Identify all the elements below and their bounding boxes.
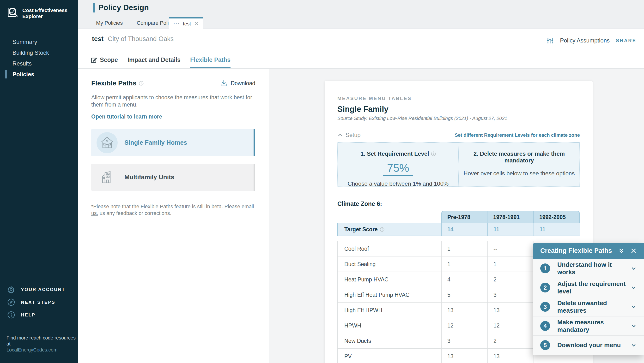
measure-value-pre-1978[interactable]: 3 (441, 333, 488, 349)
climate-zone-label: Climate Zone 6: (337, 200, 580, 207)
info-circle-icon[interactable] (431, 151, 436, 156)
measure-name: Duct Sealing (338, 257, 441, 272)
measure-value-1978-1991[interactable]: 13 (488, 349, 534, 363)
measure-value-1978-1991[interactable]: 1 (488, 257, 534, 272)
delete-measures-title: 2. Delete measures or make them mandator… (459, 150, 580, 164)
target-score-table: Pre-1978 1978-1991 1992-2005 Target Scor… (337, 211, 580, 236)
measure-value-1978-1991[interactable]: 2 (488, 333, 534, 349)
open-tutorial-link[interactable]: Open tutorial to learn more (91, 113, 162, 120)
target-score-label: Target Score (338, 223, 441, 236)
measure-value-1978-1991[interactable]: 12 (488, 318, 534, 333)
policy-tab-bar: Scope Impact and Details Flexible Paths (91, 56, 230, 68)
target-score-1992-2005[interactable]: 11 (534, 223, 580, 236)
requirement-level-hint: Choose a value between 1% and 100% (338, 180, 458, 187)
tutorial-step[interactable]: 1 Understand how it works (533, 259, 644, 278)
step-number-badge: 3 (540, 302, 550, 312)
measure-name: High Eff Heat Pump HVAC (338, 287, 441, 303)
download-button[interactable]: Download (220, 80, 255, 87)
measure-value-pre-1978[interactable]: 5 (441, 287, 488, 303)
measure-value-1978-1991[interactable]: 13 (488, 303, 534, 318)
beta-note: *Please note that the Flexible Paths fea… (91, 203, 257, 217)
collapse-double-chevron-icon[interactable] (618, 247, 625, 254)
measure-value-1978-1991[interactable]: 3 (488, 287, 534, 303)
step-label: Delete unwanted measures (557, 300, 630, 314)
edit-pencil-icon (91, 57, 97, 63)
tutorial-step[interactable]: 4 Make measures mandatory (533, 316, 644, 336)
logo-text: Cost Effectiveness Explorer (22, 6, 68, 19)
app-logo[interactable]: Cost Effectiveness Explorer (0, 0, 78, 19)
sidebar-nav-item[interactable]: Results (0, 58, 78, 69)
policy-title: testCity of Thousand Oaks (92, 35, 174, 43)
measure-value-pre-1978[interactable]: 4 (441, 272, 488, 287)
building-type-single-family[interactable]: Single Family Homes (91, 129, 255, 156)
flexible-paths-panel: Flexible Paths (78, 69, 269, 363)
measure-value-pre-1978[interactable]: 1 (441, 257, 488, 272)
measure-value-1978-1991[interactable]: 2 (488, 272, 534, 287)
chevron-down-icon[interactable] (630, 323, 637, 329)
sidebar-nav-item[interactable]: Summary (0, 36, 78, 47)
building-type-multifamily[interactable]: Multifamily Units (91, 164, 255, 191)
measure-value-pre-1978[interactable]: 13 (441, 303, 488, 318)
footer-link[interactable]: LocalEnergyCodes.com (6, 347, 58, 353)
chevron-down-icon[interactable] (630, 285, 637, 291)
sidebar-item-next-steps[interactable]: NEXT STEPS (0, 296, 78, 309)
setup-collapse-toggle[interactable]: Setup (337, 132, 361, 138)
tab-scope[interactable]: Scope (91, 56, 118, 68)
active-indicator (5, 70, 7, 78)
sidebar-item-help[interactable]: HELP (0, 309, 78, 321)
target-score-pre-1978[interactable]: 14 (441, 223, 488, 236)
measure-name: HPWH (338, 318, 441, 333)
measure-value-pre-1978[interactable]: 13 (441, 349, 488, 363)
column-header-1978-1991: 1978-1991 (488, 211, 534, 223)
apartment-building-icon (96, 167, 118, 188)
measure-menu-title: Single Family (337, 105, 580, 114)
tutorial-step[interactable]: 2 Adjust the requirement level (533, 278, 644, 297)
sidebar-nav-item[interactable]: Building Stock (0, 47, 78, 58)
tab-flexible-paths[interactable]: Flexible Paths (190, 56, 230, 68)
policy-header: testCity of Thousand Oaks Policy Assumpt… (78, 29, 644, 69)
measure-name: High Eff HPWH (338, 303, 441, 318)
tutorial-step[interactable]: 3 Delete unwanted measures (533, 297, 644, 316)
chevron-down-icon[interactable] (630, 265, 637, 272)
measure-value-pre-1978[interactable]: 1 (441, 241, 488, 257)
measure-value-1978-1991[interactable]: -- (488, 241, 534, 257)
tab-impact-and-details[interactable]: Impact and Details (128, 56, 180, 68)
measure-menu-eyebrow: MEASURE MENU TABLES (337, 96, 580, 101)
share-button[interactable]: SHARE (616, 38, 636, 43)
column-header-pre-1978: Pre-1978 (441, 211, 488, 223)
sidebar-utilities: YOUR ACCOUNT NEXT STEPS (0, 283, 78, 321)
measure-name: Heat Pump HVAC (338, 272, 441, 287)
policy-assumptions-button[interactable]: Policy Assumptions (560, 37, 610, 44)
info-icon (7, 311, 15, 319)
flexible-paths-title: Flexible Paths (91, 79, 144, 87)
tutorial-step[interactable]: 5 Download your menu (533, 336, 644, 355)
measure-value-pre-1978[interactable]: 12 (441, 318, 488, 333)
requirement-level-input[interactable]: 75% (383, 161, 413, 176)
tab-menu-ellipsis-icon[interactable]: ··· (174, 21, 180, 26)
info-circle-icon[interactable] (139, 81, 144, 86)
source-study: Source Study: Existing Low-Rise Resident… (337, 116, 580, 121)
set-requirement-level-title: 1. Set Requirement Level (360, 150, 436, 157)
setup-step-1: 1. Set Requirement Level 75% Choose a va… (338, 143, 459, 186)
top-tab-bar: My Policies Compare Policies (96, 17, 178, 28)
creating-flexible-paths-popup: Creating Flexible Paths 1 Understand how… (533, 243, 644, 355)
popup-title: Creating Flexible Paths (540, 247, 612, 255)
chevron-down-icon[interactable] (630, 304, 637, 310)
sidebar-footer: Find more reach code resources at LocalE… (6, 335, 78, 353)
top-header: Policy Design My Policies Compare Polici… (78, 0, 644, 29)
step-number-badge: 5 (540, 340, 550, 350)
info-circle-icon[interactable] (380, 227, 384, 232)
tab-policy-test[interactable]: ··· test (169, 17, 204, 29)
close-icon[interactable] (630, 248, 637, 254)
sidebar-item-your-account[interactable]: YOUR ACCOUNT (0, 283, 78, 296)
sidebar-nav-item[interactable]: Policies (0, 69, 78, 80)
step-number-badge: 2 (540, 283, 550, 293)
target-score-1978-1991[interactable]: 11 (488, 223, 534, 236)
tab-close-icon[interactable] (194, 21, 199, 26)
empty-header-cell (337, 211, 441, 223)
climate-zone-levels-link[interactable]: Set different Requirement Levels for eac… (455, 132, 580, 138)
header-actions: Policy Assumptions SHARE (546, 37, 636, 44)
app-screen: Cost Effectiveness Explorer Summary Buil… (0, 0, 644, 363)
tab-my-policies[interactable]: My Policies (96, 20, 123, 26)
chevron-down-icon[interactable] (630, 342, 637, 348)
